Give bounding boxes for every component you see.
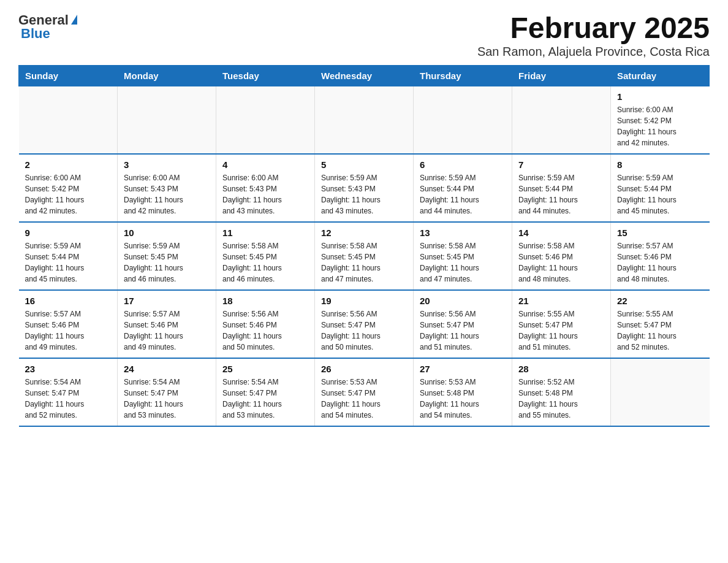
- page-header: General Blue February 2025 San Ramon, Al…: [18, 12, 710, 59]
- calendar-cell: [611, 358, 710, 426]
- calendar-subtitle: San Ramon, Alajuela Province, Costa Rica: [477, 45, 710, 59]
- calendar-title: February 2025: [477, 12, 710, 45]
- day-number: 18: [222, 296, 308, 306]
- calendar-cell: [512, 86, 611, 154]
- day-info: Sunrise: 5:57 AMSunset: 5:46 PMDaylight:…: [617, 240, 703, 285]
- weekday-header-sunday: Sunday: [19, 65, 118, 86]
- day-info: Sunrise: 5:58 AMSunset: 5:45 PMDaylight:…: [420, 240, 506, 285]
- day-info: Sunrise: 5:56 AMSunset: 5:47 PMDaylight:…: [321, 308, 407, 353]
- day-info: Sunrise: 6:00 AMSunset: 5:42 PMDaylight:…: [25, 172, 112, 216]
- calendar-cell: 10Sunrise: 5:59 AMSunset: 5:45 PMDayligh…: [118, 222, 216, 290]
- weekday-header-saturday: Saturday: [611, 65, 710, 86]
- calendar-cell: 4Sunrise: 6:00 AMSunset: 5:43 PMDaylight…: [216, 154, 315, 222]
- calendar-cell: [216, 86, 315, 154]
- day-number: 15: [617, 228, 703, 238]
- day-number: 16: [25, 296, 112, 306]
- calendar-cell: 7Sunrise: 5:59 AMSunset: 5:44 PMDaylight…: [512, 154, 611, 222]
- calendar-header-row: SundayMondayTuesdayWednesdayThursdayFrid…: [19, 65, 710, 86]
- weekday-header-wednesday: Wednesday: [315, 65, 414, 86]
- calendar-cell: 11Sunrise: 5:58 AMSunset: 5:45 PMDayligh…: [216, 222, 315, 290]
- calendar-week-4: 16Sunrise: 5:57 AMSunset: 5:46 PMDayligh…: [19, 290, 710, 358]
- calendar-week-1: 1Sunrise: 6:00 AMSunset: 5:42 PMDaylight…: [19, 86, 710, 154]
- day-number: 19: [321, 296, 407, 306]
- weekday-header-thursday: Thursday: [414, 65, 512, 86]
- calendar-cell: [19, 86, 118, 154]
- day-number: 14: [518, 228, 604, 238]
- day-info: Sunrise: 5:57 AMSunset: 5:46 PMDaylight:…: [25, 308, 112, 353]
- day-info: Sunrise: 5:56 AMSunset: 5:46 PMDaylight:…: [222, 308, 308, 353]
- day-info: Sunrise: 5:53 AMSunset: 5:48 PMDaylight:…: [420, 377, 506, 421]
- calendar-cell: 18Sunrise: 5:56 AMSunset: 5:46 PMDayligh…: [216, 290, 315, 358]
- day-number: 1: [617, 91, 703, 102]
- day-number: 17: [124, 296, 210, 306]
- day-info: Sunrise: 5:54 AMSunset: 5:47 PMDaylight:…: [222, 377, 308, 421]
- day-number: 12: [321, 228, 407, 238]
- calendar-cell: 1Sunrise: 6:00 AMSunset: 5:42 PMDaylight…: [611, 86, 710, 154]
- day-number: 22: [617, 296, 703, 306]
- calendar-cell: 3Sunrise: 6:00 AMSunset: 5:43 PMDaylight…: [118, 154, 216, 222]
- calendar-cell: 24Sunrise: 5:54 AMSunset: 5:47 PMDayligh…: [118, 358, 216, 426]
- day-number: 13: [420, 228, 506, 238]
- day-number: 3: [124, 159, 210, 170]
- day-info: Sunrise: 5:59 AMSunset: 5:44 PMDaylight:…: [518, 172, 604, 216]
- calendar-cell: [414, 86, 512, 154]
- calendar-cell: 19Sunrise: 5:56 AMSunset: 5:47 PMDayligh…: [315, 290, 414, 358]
- day-info: Sunrise: 5:56 AMSunset: 5:47 PMDaylight:…: [420, 308, 506, 353]
- calendar-cell: [118, 86, 216, 154]
- calendar-cell: 20Sunrise: 5:56 AMSunset: 5:47 PMDayligh…: [414, 290, 512, 358]
- calendar-cell: 8Sunrise: 5:59 AMSunset: 5:44 PMDaylight…: [611, 154, 710, 222]
- day-info: Sunrise: 5:58 AMSunset: 5:45 PMDaylight:…: [222, 240, 308, 285]
- calendar-cell: 26Sunrise: 5:53 AMSunset: 5:47 PMDayligh…: [315, 358, 414, 426]
- day-info: Sunrise: 5:58 AMSunset: 5:45 PMDaylight:…: [321, 240, 407, 285]
- calendar-cell: 17Sunrise: 5:57 AMSunset: 5:46 PMDayligh…: [118, 290, 216, 358]
- day-number: 5: [321, 159, 407, 170]
- calendar-cell: 9Sunrise: 5:59 AMSunset: 5:44 PMDaylight…: [19, 222, 118, 290]
- day-number: 11: [222, 228, 308, 238]
- calendar-cell: 15Sunrise: 5:57 AMSunset: 5:46 PMDayligh…: [611, 222, 710, 290]
- day-number: 26: [321, 364, 407, 374]
- day-number: 9: [25, 228, 112, 238]
- weekday-header-monday: Monday: [118, 65, 216, 86]
- calendar-cell: 16Sunrise: 5:57 AMSunset: 5:46 PMDayligh…: [19, 290, 118, 358]
- day-number: 10: [124, 228, 210, 238]
- day-info: Sunrise: 5:59 AMSunset: 5:43 PMDaylight:…: [321, 172, 407, 216]
- day-info: Sunrise: 6:00 AMSunset: 5:43 PMDaylight:…: [124, 172, 210, 216]
- calendar-cell: 2Sunrise: 6:00 AMSunset: 5:42 PMDaylight…: [19, 154, 118, 222]
- day-info: Sunrise: 5:59 AMSunset: 5:45 PMDaylight:…: [124, 240, 210, 285]
- calendar-cell: [315, 86, 414, 154]
- day-info: Sunrise: 5:55 AMSunset: 5:47 PMDaylight:…: [518, 308, 604, 353]
- weekday-header-tuesday: Tuesday: [216, 65, 315, 86]
- day-info: Sunrise: 6:00 AMSunset: 5:43 PMDaylight:…: [222, 172, 308, 216]
- calendar-cell: 22Sunrise: 5:55 AMSunset: 5:47 PMDayligh…: [611, 290, 710, 358]
- calendar-cell: 28Sunrise: 5:52 AMSunset: 5:48 PMDayligh…: [512, 358, 611, 426]
- calendar-cell: 14Sunrise: 5:58 AMSunset: 5:46 PMDayligh…: [512, 222, 611, 290]
- day-number: 20: [420, 296, 506, 306]
- calendar-cell: 6Sunrise: 5:59 AMSunset: 5:44 PMDaylight…: [414, 154, 512, 222]
- calendar-cell: 25Sunrise: 5:54 AMSunset: 5:47 PMDayligh…: [216, 358, 315, 426]
- day-info: Sunrise: 5:54 AMSunset: 5:47 PMDaylight:…: [25, 377, 112, 421]
- weekday-header-friday: Friday: [512, 65, 611, 86]
- day-info: Sunrise: 5:53 AMSunset: 5:47 PMDaylight:…: [321, 377, 407, 421]
- day-number: 25: [222, 364, 308, 374]
- title-block: February 2025 San Ramon, Alajuela Provin…: [477, 12, 710, 59]
- day-info: Sunrise: 5:59 AMSunset: 5:44 PMDaylight:…: [420, 172, 506, 216]
- day-info: Sunrise: 5:59 AMSunset: 5:44 PMDaylight:…: [25, 240, 112, 285]
- day-number: 4: [222, 159, 308, 170]
- day-info: Sunrise: 5:57 AMSunset: 5:46 PMDaylight:…: [124, 308, 210, 353]
- logo: General Blue: [18, 12, 77, 42]
- day-number: 6: [420, 159, 506, 170]
- day-info: Sunrise: 5:58 AMSunset: 5:46 PMDaylight:…: [518, 240, 604, 285]
- calendar-table: SundayMondayTuesdayWednesdayThursdayFrid…: [18, 65, 710, 427]
- calendar-week-2: 2Sunrise: 6:00 AMSunset: 5:42 PMDaylight…: [19, 154, 710, 222]
- day-number: 28: [518, 364, 604, 374]
- day-number: 24: [124, 364, 210, 374]
- day-info: Sunrise: 5:54 AMSunset: 5:47 PMDaylight:…: [124, 377, 210, 421]
- day-info: Sunrise: 6:00 AMSunset: 5:42 PMDaylight:…: [617, 104, 703, 148]
- day-info: Sunrise: 5:59 AMSunset: 5:44 PMDaylight:…: [617, 172, 703, 216]
- calendar-cell: 13Sunrise: 5:58 AMSunset: 5:45 PMDayligh…: [414, 222, 512, 290]
- day-info: Sunrise: 5:55 AMSunset: 5:47 PMDaylight:…: [617, 308, 703, 353]
- day-number: 7: [518, 159, 604, 170]
- day-number: 27: [420, 364, 506, 374]
- day-number: 21: [518, 296, 604, 306]
- calendar-cell: 21Sunrise: 5:55 AMSunset: 5:47 PMDayligh…: [512, 290, 611, 358]
